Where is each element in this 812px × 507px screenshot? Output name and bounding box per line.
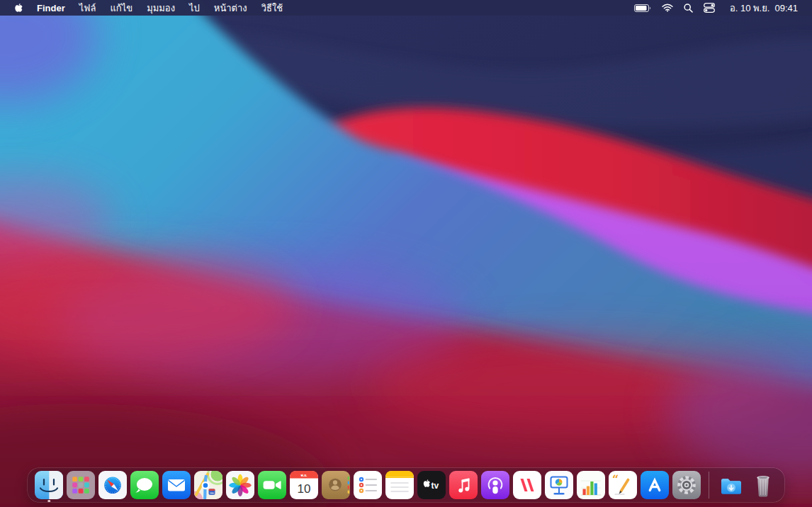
menubar-date: อ. 10 พ.ย. — [730, 1, 770, 16]
battery-icon — [634, 4, 651, 12]
menu-view[interactable]: มุมมอง — [140, 0, 182, 16]
calendar-icon: พ.ย. 10 — [290, 471, 318, 499]
menubar-menus: Finder ไฟล์ แก้ไข มุมมอง ไป หน้าต่าง วิธ… — [0, 0, 290, 16]
notes-icon — [385, 471, 414, 499]
reminders-icon — [354, 471, 382, 499]
finder-icon — [35, 471, 63, 499]
control-center-icon — [704, 3, 715, 13]
dock-item-tv[interactable]: tv — [417, 471, 446, 499]
dock-item-podcasts[interactable] — [481, 471, 509, 499]
dock-item-pages[interactable]: “ — [609, 471, 637, 499]
keynote-icon — [545, 471, 573, 499]
svg-text:280: 280 — [210, 492, 214, 495]
facetime-icon — [258, 471, 286, 499]
dock-item-photos[interactable] — [226, 471, 254, 499]
dock-item-music[interactable] — [449, 471, 478, 499]
apple-menu[interactable] — [9, 0, 30, 16]
dock: 280 — [28, 468, 784, 502]
dock-item-maps[interactable]: 280 — [194, 471, 222, 499]
spotlight-search[interactable] — [684, 4, 693, 13]
safari-icon — [98, 471, 127, 499]
search-icon — [684, 4, 693, 13]
svg-text:10: 10 — [298, 482, 311, 496]
mail-icon — [162, 471, 191, 499]
dock-item-trash[interactable] — [749, 471, 777, 499]
dock-item-numbers[interactable] — [577, 471, 605, 499]
svg-text:tv: tv — [432, 481, 439, 491]
maps-icon: 280 — [194, 471, 222, 499]
dock-item-downloads[interactable] — [717, 471, 745, 499]
numbers-icon — [577, 471, 605, 499]
menubar-clock[interactable]: อ. 10 พ.ย. 09:41 — [726, 0, 802, 16]
running-indicator — [47, 500, 50, 503]
downloads-folder-icon — [717, 471, 745, 499]
apple-tv-icon: tv — [417, 471, 446, 499]
control-center[interactable] — [704, 3, 715, 13]
music-icon — [449, 471, 478, 499]
news-icon — [513, 471, 541, 499]
dock-item-keynote[interactable] — [545, 471, 573, 499]
menubar-time: 09:41 — [774, 3, 798, 13]
menubar-status: อ. 10 พ.ย. 09:41 — [634, 0, 812, 16]
menubar: Finder ไฟล์ แก้ไข มุมมอง ไป หน้าต่าง วิธ… — [0, 0, 812, 16]
dock-item-mail[interactable] — [162, 471, 191, 499]
apple-logo-icon — [14, 2, 23, 13]
dock-item-finder[interactable] — [35, 471, 63, 499]
launchpad-icon — [67, 471, 95, 499]
system-preferences-icon — [672, 471, 701, 499]
desktop-wallpaper — [0, 0, 812, 507]
dock-item-launchpad[interactable] — [67, 471, 95, 499]
trash-icon — [749, 471, 777, 499]
dock-item-calendar[interactable]: พ.ย. 10 — [290, 471, 318, 499]
dock-item-facetime[interactable] — [258, 471, 286, 499]
dock-item-app-store[interactable] — [641, 471, 669, 499]
contacts-icon — [322, 471, 350, 499]
svg-text:พ.ย.: พ.ย. — [300, 473, 308, 477]
dock-item-messages[interactable] — [130, 471, 159, 499]
pages-icon: “ — [609, 471, 637, 499]
svg-text:“: “ — [612, 473, 619, 486]
dock-item-contacts[interactable] — [322, 471, 350, 499]
photos-icon — [226, 471, 254, 499]
menu-go[interactable]: ไป — [182, 0, 207, 16]
app-menu-finder[interactable]: Finder — [30, 0, 72, 16]
app-store-icon — [641, 471, 669, 499]
menu-file[interactable]: ไฟล์ — [72, 0, 103, 16]
dock-item-reminders[interactable] — [354, 471, 382, 499]
dock-item-system-preferences[interactable] — [672, 471, 701, 499]
menu-edit[interactable]: แก้ไข — [103, 0, 140, 16]
dock-item-safari[interactable] — [98, 471, 127, 499]
battery-status[interactable] — [634, 4, 651, 12]
wifi-status[interactable] — [662, 4, 673, 12]
menu-help[interactable]: วิธีใช้ — [254, 0, 290, 16]
dock-divider — [709, 472, 709, 499]
messages-icon — [130, 471, 159, 499]
desktop: Finder ไฟล์ แก้ไข มุมมอง ไป หน้าต่าง วิธ… — [0, 0, 812, 507]
wifi-icon — [662, 4, 673, 12]
podcasts-icon — [481, 471, 509, 499]
menu-window[interactable]: หน้าต่าง — [207, 0, 254, 16]
dock-item-notes[interactable] — [385, 471, 414, 499]
dock-item-news[interactable] — [513, 471, 541, 499]
